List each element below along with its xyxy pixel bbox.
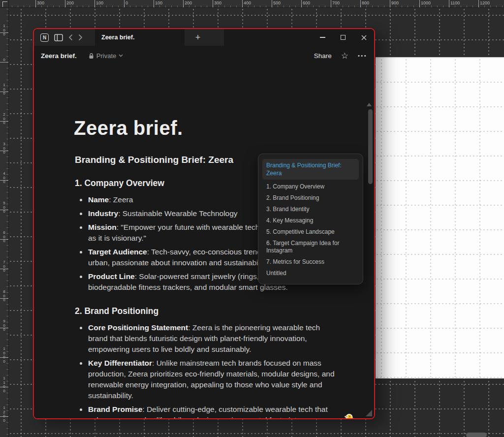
toc-item[interactable]: 1. Company Overview: [262, 181, 359, 192]
ruler-top-label: 800: [362, 0, 369, 5]
ruler-left-label: 9 0 0: [0, 319, 8, 332]
bullet-text: : Zeera: [109, 195, 133, 204]
ruler-top-label: 400: [244, 0, 251, 5]
privacy-dropdown[interactable]: Private: [89, 52, 123, 60]
ruler-left-label: 1 0 0: [0, 83, 8, 96]
ruler-left-label: 1 0 0 0: [0, 347, 8, 364]
ruler-top-label: 100: [96, 0, 103, 5]
ruler-top-label: 900: [391, 0, 399, 5]
chevron-down-icon: [119, 54, 123, 57]
favorite-star-icon[interactable]: ☆: [341, 52, 348, 60]
notion-logo-icon[interactable]: N: [40, 33, 49, 42]
ruler-vertical: 1 0 001 0 02 0 03 0 04 0 05 0 06 0 07 0 …: [0, 8, 9, 437]
ruler-top-label: 600: [303, 0, 310, 5]
ruler-top-label: 100: [155, 0, 162, 5]
doc-bullet[interactable]: Key Differentiator: Unlike mainstream te…: [74, 358, 374, 401]
bullet-bold-label: Name: [88, 195, 109, 204]
bullet-bold-label: Product Line: [88, 272, 135, 281]
ruler-left-label: 1 0 0: [0, 24, 8, 37]
doc-section: 2. Brand PositioningCore Positioning Sta…: [74, 306, 374, 418]
bullet-bold-label: Brand Promise: [88, 405, 142, 413]
section-heading[interactable]: 2. Brand Positioning: [75, 306, 374, 316]
ruler-left-label: 3 0 0: [0, 142, 8, 155]
ruler-top-label: 200: [66, 0, 74, 5]
window-resize-grip[interactable]: [366, 410, 372, 416]
whiteboard-canvas: [376, 57, 504, 378]
bullet-bold-label: Core Positioning Statement: [88, 323, 188, 332]
minimize-button[interactable]: [312, 29, 333, 46]
nav-forward-icon[interactable]: [78, 34, 83, 41]
ruler-left-label: 2 0 0: [0, 113, 8, 125]
ruler-top-label: 1200: [480, 0, 490, 5]
ruler-top-label: 500: [273, 0, 281, 5]
page-title[interactable]: Zeera brief.: [74, 116, 374, 140]
bullet-bold-label: Industry: [88, 209, 118, 218]
toc-item[interactable]: 2. Brand Positioning: [262, 192, 359, 204]
nav-back-icon[interactable]: [68, 34, 73, 41]
toc-item[interactable]: 7. Metrics for Success: [262, 256, 359, 268]
ruler-left-label: 6 0 0: [0, 231, 8, 244]
bullet-bold-label: Mission: [88, 223, 117, 231]
ruler-left-label: 4 0 0: [0, 172, 8, 185]
page-content: Zeera brief. Branding & Positioning Brie…: [34, 65, 374, 418]
ruler-left-label: 5 0 0: [0, 201, 8, 214]
bullet-bold-label: Target Audience: [88, 248, 147, 256]
scrollbar-thumb[interactable]: [368, 109, 373, 184]
bullet-text: : Sustainable Wearable Technology: [118, 209, 237, 218]
canvas-scrollbar[interactable]: [466, 433, 487, 437]
bullet-list: Core Positioning Statement: Zeera is the…: [74, 322, 374, 418]
toc-item[interactable]: Untitled: [262, 268, 359, 279]
ruler-top-label: 1100: [450, 0, 460, 5]
ruler-top-label: 200: [185, 0, 192, 5]
scrollbar-up-arrow[interactable]: [367, 103, 372, 106]
ruler-top-label: 300: [37, 0, 44, 5]
sidebar-toggle-icon[interactable]: [54, 34, 63, 41]
privacy-label: Private: [96, 52, 116, 60]
ruler-top-label: 700: [332, 0, 340, 5]
close-button[interactable]: [353, 29, 374, 46]
toc-item[interactable]: 4. Key Messaging: [262, 215, 359, 226]
toc-item[interactable]: 6. Target Campaign Idea for Instagram: [262, 238, 359, 256]
tab-zeera-brief[interactable]: Zeera brief.: [95, 29, 185, 46]
ruler-left-label: 7 0 0: [0, 260, 8, 273]
ruler-left-label: 8 0 0: [0, 290, 8, 303]
ruler-left-label: 0: [0, 58, 8, 62]
ruler-left-label: 1 1 0 0: [0, 376, 8, 393]
breadcrumb[interactable]: Zeera brief.: [41, 52, 77, 60]
toc-item[interactable]: 5. Competitive Landscape: [262, 226, 359, 238]
window-titlebar: N Zeera brief. +: [34, 29, 374, 46]
more-menu-icon[interactable]: •••: [358, 53, 367, 59]
ruler-top-label: 300: [214, 0, 221, 5]
toc-item[interactable]: 3. Brand Identity: [262, 204, 359, 215]
new-tab-button[interactable]: +: [189, 29, 206, 46]
ruler-top-label: 1000: [421, 0, 431, 5]
doc-bullet[interactable]: Core Positioning Statement: Zeera is the…: [74, 322, 374, 355]
tab-title: Zeera brief.: [101, 34, 134, 41]
table-of-contents-popup: Branding & Positioning Brief: Zeera1. Co…: [258, 154, 363, 284]
ruler-top-label: 0: [126, 0, 128, 5]
notion-window: N Zeera brief. +: [33, 28, 375, 419]
doc-bullet[interactable]: Brand Promise: Deliver cutting-edge, cus…: [74, 404, 374, 418]
bullet-bold-label: Key Differentiator: [88, 359, 152, 367]
share-button[interactable]: Share: [314, 52, 332, 60]
maximize-button[interactable]: [333, 29, 353, 46]
ruler-horizontal: 3002001000100200300400500600700800900100…: [9, 0, 504, 8]
page-header: Zeera brief. Private Share ☆ •••: [34, 46, 374, 65]
rubber-duck-icon: [344, 413, 360, 418]
ruler-origin-icon: [0, 0, 9, 8]
screen: 3002001000100200300400500600700800900100…: [0, 0, 504, 437]
toc-item-active[interactable]: Branding & Positioning Brief: Zeera: [262, 159, 359, 180]
lock-icon: [89, 53, 94, 59]
ruler-left-label: 1 2 0 0: [0, 406, 8, 423]
